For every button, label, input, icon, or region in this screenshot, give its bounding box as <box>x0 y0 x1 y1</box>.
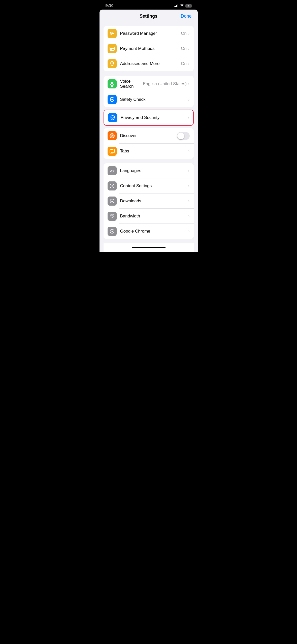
password-manager-value: On <box>181 31 187 36</box>
addresses-label: Addresses and More <box>120 61 181 66</box>
group-voice-safety: Voice Search English (United States) › S… <box>104 76 194 107</box>
safety-check-chevron: › <box>188 97 190 102</box>
signal-icon <box>174 4 178 7</box>
privacy-highlighted-wrapper: Privacy and Security › <box>104 110 194 126</box>
gap3 <box>100 107 198 110</box>
svg-rect-6 <box>110 48 114 49</box>
page-title: Settings <box>140 14 157 19</box>
wifi-icon <box>180 4 184 7</box>
svg-rect-9 <box>111 82 113 84</box>
privacy-security-icon <box>108 113 117 122</box>
google-chrome-label: Google Chrome <box>120 229 188 234</box>
row-payment-methods[interactable]: Payment Methods On › <box>104 41 194 56</box>
svg-point-8 <box>112 62 113 63</box>
status-bar: 9:10 4 <box>100 0 198 10</box>
password-manager-chevron: › <box>188 31 190 36</box>
home-indicator <box>104 243 194 252</box>
google-chrome-chevron: › <box>188 229 190 234</box>
safety-check-icon <box>108 95 117 104</box>
password-manager-label: Password Manager <box>120 31 181 36</box>
gap4 <box>100 159 198 163</box>
addresses-value: On <box>181 61 187 66</box>
privacy-security-chevron: › <box>188 115 189 120</box>
status-icons: 4 <box>174 4 192 8</box>
svg-point-19 <box>112 217 113 218</box>
svg-text:文: 文 <box>112 170 115 173</box>
voice-search-chevron: › <box>188 81 190 86</box>
gap2 <box>100 71 198 76</box>
row-languages[interactable]: A 文 Languages › <box>104 163 194 178</box>
settings-content: Settings Done Password Manager On <box>100 10 198 252</box>
svg-point-4 <box>111 33 112 34</box>
bandwidth-icon <box>108 212 117 221</box>
content-settings-label: Content Settings <box>120 183 188 188</box>
downloads-label: Downloads <box>120 199 188 204</box>
tabs-icon <box>108 147 117 156</box>
home-bar <box>132 247 166 248</box>
row-privacy-security[interactable]: Privacy and Security › <box>104 110 193 125</box>
svg-text:i: i <box>111 230 112 233</box>
password-manager-icon <box>108 29 117 38</box>
bandwidth-chevron: › <box>188 214 190 219</box>
payment-methods-icon <box>108 44 117 53</box>
tabs-chevron: › <box>188 149 190 154</box>
voice-search-label: Voice Search <box>120 79 143 89</box>
row-downloads[interactable]: Downloads › <box>104 194 194 209</box>
row-content-settings[interactable]: Content Settings › <box>104 178 194 194</box>
row-discover[interactable]: Discover <box>104 128 194 143</box>
time: 9:10 <box>106 4 114 8</box>
done-button[interactable]: Done <box>181 14 191 19</box>
privacy-security-label: Privacy and Security <box>121 115 188 120</box>
row-voice-search[interactable]: Voice Search English (United States) › <box>104 76 194 92</box>
google-chrome-icon: i <box>108 227 117 236</box>
gap1 <box>100 21 198 26</box>
payment-methods-value: On <box>181 46 187 51</box>
safety-check-label: Safety Check <box>120 97 187 102</box>
content-settings-chevron: › <box>188 183 190 188</box>
payment-methods-chevron: › <box>188 46 190 51</box>
discover-icon <box>108 131 117 140</box>
addresses-icon <box>108 59 117 68</box>
phone-container: 9:10 4 Settings Done <box>100 0 198 252</box>
battery-icon: 4 <box>185 4 192 8</box>
voice-search-icon <box>108 79 117 88</box>
svg-point-17 <box>111 185 113 186</box>
discover-toggle[interactable] <box>177 132 190 140</box>
voice-search-value: English (United States) <box>143 81 187 86</box>
row-bandwidth[interactable]: Bandwidth › <box>104 209 194 224</box>
svg-point-12 <box>112 136 112 136</box>
nav-bar: Settings Done <box>100 10 198 21</box>
discover-toggle-knob <box>177 133 184 139</box>
group-misc: A 文 Languages › Content Settings › <box>104 163 194 239</box>
content-settings-icon <box>108 181 117 190</box>
bandwidth-label: Bandwidth <box>120 214 188 219</box>
languages-icon: A 文 <box>108 166 117 175</box>
addresses-chevron: › <box>188 61 190 66</box>
downloads-icon <box>108 197 117 206</box>
row-safety-check[interactable]: Safety Check › <box>104 92 194 107</box>
svg-rect-7 <box>110 49 112 50</box>
languages-label: Languages <box>120 168 188 173</box>
downloads-chevron: › <box>188 199 190 204</box>
tabs-label: Tabs <box>120 149 188 154</box>
group-autofill: Password Manager On › Payment Methods On… <box>104 26 194 71</box>
discover-label: Discover <box>120 133 177 138</box>
row-tabs[interactable]: Tabs › <box>104 144 194 159</box>
languages-chevron: › <box>188 168 190 173</box>
gap5 <box>100 239 198 243</box>
row-password-manager[interactable]: Password Manager On › <box>104 26 194 41</box>
payment-methods-label: Payment Methods <box>120 46 181 51</box>
row-addresses[interactable]: Addresses and More On › <box>104 56 194 71</box>
row-google-chrome[interactable]: i Google Chrome › <box>104 224 194 239</box>
